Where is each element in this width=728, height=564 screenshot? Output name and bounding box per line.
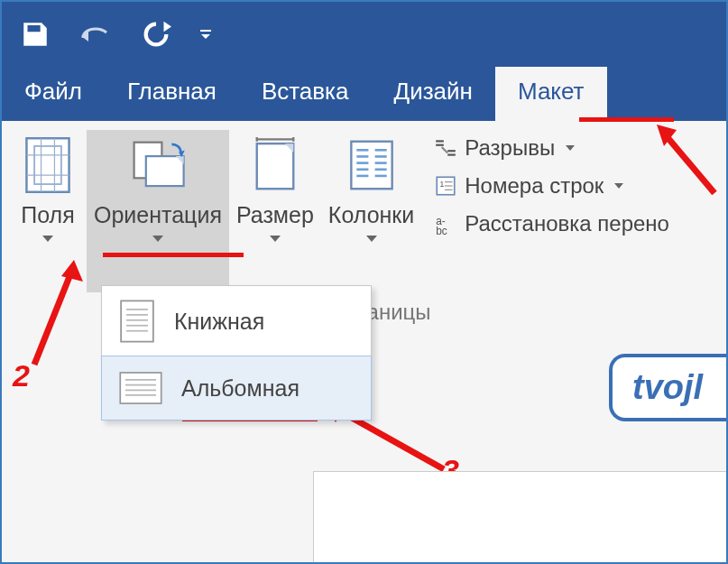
annotation-arrow-to-orientation <box>27 254 90 372</box>
svg-marker-50 <box>61 260 83 282</box>
portrait-label: Книжная <box>174 309 264 335</box>
chevron-down-icon <box>366 236 377 242</box>
chevron-down-icon <box>614 183 623 189</box>
svg-rect-1 <box>200 30 211 32</box>
tab-home[interactable]: Главная <box>105 67 239 121</box>
tab-design[interactable]: Дизайн <box>372 67 495 121</box>
redo-icon <box>141 19 171 50</box>
watermark-badge: tvojl <box>609 354 726 421</box>
svg-rect-9 <box>146 156 184 186</box>
quick-access-toolbar <box>2 2 726 67</box>
orientation-button[interactable]: Ориентация <box>87 130 229 292</box>
tab-layout[interactable]: Макет <box>495 67 607 121</box>
orientation-portrait[interactable]: Книжная <box>102 286 371 356</box>
customize-qat[interactable] <box>198 27 213 42</box>
size-label: Размер <box>236 202 314 228</box>
landscape-label: Альбомная <box>181 375 299 402</box>
annotation-underline-orientation <box>103 253 244 257</box>
landscape-page-icon <box>118 369 163 407</box>
chevron-down-icon <box>198 27 213 42</box>
chevron-down-icon <box>566 145 575 151</box>
svg-rect-0 <box>35 25 38 31</box>
undo-button[interactable] <box>78 21 114 48</box>
size-button[interactable]: Размер <box>229 130 321 292</box>
hyphenation-icon: a- bc <box>434 213 457 235</box>
redo-button[interactable] <box>141 19 171 50</box>
orientation-landscape[interactable]: Альбомная <box>101 356 372 421</box>
line-numbers-label: Номера строк <box>465 173 604 199</box>
hyphenation-button[interactable]: a- bc Расстановка перено <box>434 211 669 236</box>
breaks-label: Разрывы <box>465 135 555 161</box>
orientation-label: Ориентация <box>94 202 222 228</box>
annotation-arrow-to-layout <box>651 119 723 200</box>
svg-text:1: 1 <box>440 180 445 189</box>
undo-icon <box>78 21 114 48</box>
save-icon <box>20 19 51 50</box>
columns-button[interactable]: Колонки <box>321 130 421 292</box>
svg-rect-44 <box>120 373 161 403</box>
orientation-dropdown: Книжная Альбомная <box>101 285 372 421</box>
orientation-icon <box>126 134 189 197</box>
page-setup-subcommands: Разрывы 1 Номера строк a- bc Расстановка… <box>421 130 669 292</box>
svg-text:bc: bc <box>436 225 447 235</box>
save-button[interactable] <box>20 19 51 50</box>
line-numbers-button[interactable]: 1 Номера строк <box>434 173 669 199</box>
breaks-icon <box>434 137 457 159</box>
tab-insert[interactable]: Вставка <box>239 67 372 121</box>
columns-icon <box>340 134 403 197</box>
chevron-down-icon <box>152 236 163 242</box>
margins-icon <box>16 134 79 197</box>
margins-label: Поля <box>21 202 74 228</box>
ribbon-layout: Поля Ориентация Размер <box>2 121 726 292</box>
size-icon <box>244 134 307 197</box>
chevron-down-icon <box>42 236 53 242</box>
document-canvas[interactable] <box>313 471 728 564</box>
tab-file[interactable]: Файл <box>2 67 105 121</box>
hyphenation-label: Расстановка перено <box>465 211 669 236</box>
ribbon-tabs: Файл Главная Вставка Дизайн Макет <box>2 67 726 121</box>
columns-label: Колонки <box>328 202 414 228</box>
chevron-down-icon <box>270 236 281 242</box>
breaks-button[interactable]: Разрывы <box>434 135 669 161</box>
portrait-page-icon <box>118 299 156 344</box>
line-numbers-icon: 1 <box>434 175 457 197</box>
svg-rect-11 <box>257 143 294 189</box>
svg-rect-16 <box>351 142 392 189</box>
svg-rect-38 <box>121 300 153 341</box>
